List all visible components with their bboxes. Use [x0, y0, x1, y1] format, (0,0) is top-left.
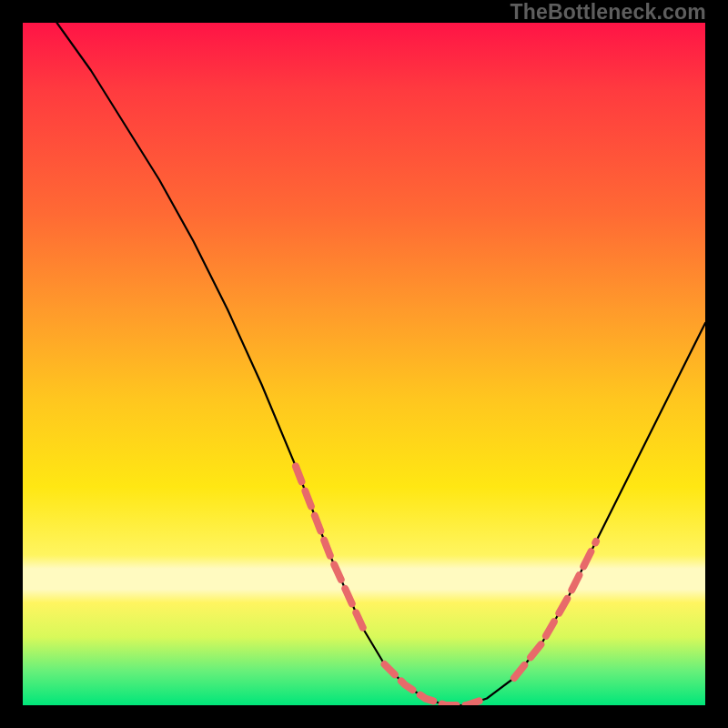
highlight-left — [296, 467, 364, 631]
bottleneck-curve — [57, 23, 706, 705]
plot-area — [23, 23, 705, 705]
highlight-right — [514, 541, 596, 678]
curve-layer — [23, 23, 705, 705]
highlight-bottom — [385, 664, 488, 705]
outer-frame: TheBottleneck.com — [0, 0, 728, 728]
watermark-text: TheBottleneck.com — [510, 0, 706, 25]
